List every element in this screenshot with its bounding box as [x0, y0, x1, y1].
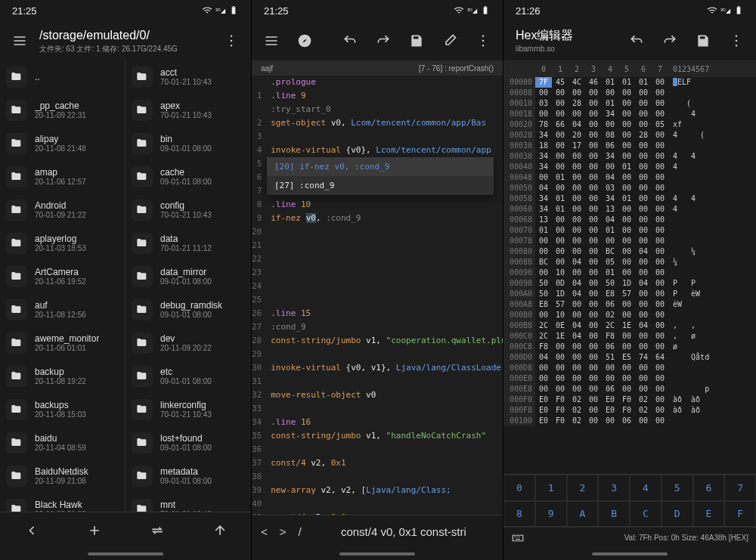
file-item[interactable]: data 70-01-21 11:12 [125, 227, 251, 260]
popup-item[interactable]: [27] :cond_9 [267, 176, 494, 195]
menu-button[interactable] [258, 27, 285, 54]
edit-button[interactable] [436, 27, 463, 54]
file-item[interactable]: _pp_cache 20-11-09 22:31 [0, 94, 125, 127]
hex-row[interactable]: 000080000000000000000 [503, 88, 756, 98]
path-title[interactable]: /storage/emulated/0/ [39, 28, 212, 44]
keypad-7[interactable]: 7 [724, 475, 756, 501]
hex-row[interactable]: 000A0501D0400E8570000P èW [503, 289, 756, 299]
save-button[interactable] [403, 27, 430, 54]
gesture-bar[interactable] [503, 548, 756, 560]
file-item[interactable]: aweme_monitor 20-11-06 01:01 [0, 326, 125, 360]
hex-row[interactable]: 000A8E857000006000000èW [503, 299, 756, 310]
hex-row[interactable]: 000207866040000000005xf [503, 119, 756, 130]
keyboard-button[interactable] [511, 531, 525, 545]
file-item[interactable]: Android 70-01-09 21:22 [0, 193, 125, 227]
file-item[interactable]: cache 09-01-01 08:00 [125, 160, 251, 193]
file-item[interactable]: amap 20-11-06 12:57 [0, 160, 125, 193]
hex-row[interactable]: 000D80000000000000000 [503, 363, 756, 373]
hex-row[interactable]: 000700100000001000000 [503, 225, 756, 236]
file-item[interactable]: backup 20-11-08 19:22 [0, 360, 125, 393]
keypad-0[interactable]: 0 [503, 475, 535, 501]
hex-row[interactable]: 000301800170006000000 [503, 141, 756, 151]
keypad-5[interactable]: 5 [662, 475, 693, 501]
next-button[interactable]: > [280, 518, 287, 546]
keypad-E[interactable]: E [693, 501, 725, 528]
keypad-2[interactable]: 2 [567, 475, 599, 501]
keypad-3[interactable]: 3 [598, 475, 630, 501]
keypad-6[interactable]: 6 [693, 475, 725, 501]
file-item[interactable]: config 70-01-21 10:43 [125, 193, 251, 227]
code-area[interactable]: 1234567892021222324252627282930313233343… [252, 76, 503, 515]
file-item[interactable]: mnt 70-01-21 10:43 [125, 493, 251, 512]
hex-row[interactable]: 000681300000004000000 [503, 215, 756, 225]
hex-row[interactable]: 0005834010000340100004 4 [503, 193, 756, 204]
file-item[interactable]: .. [0, 60, 125, 94]
autocomplete-popup[interactable]: [20] if-nez v0, :cond_9[27] :cond_9 [267, 157, 494, 195]
hex-row[interactable]: 0004034000000000100004 [503, 162, 756, 172]
swap-button[interactable] [144, 517, 171, 544]
keypad-1[interactable]: 1 [535, 475, 567, 501]
hex-row[interactable]: 000780000000000000000 [503, 236, 756, 246]
file-item[interactable]: backups 20-11-08 15:03 [0, 393, 125, 426]
hex-row[interactable]: 00088BC00040005000000¼ [503, 257, 756, 268]
back-button[interactable] [18, 517, 45, 544]
file-item[interactable]: Black Hawk 20-11-09 21:08 [0, 493, 125, 512]
add-button[interactable] [81, 517, 108, 544]
hex-row[interactable]: 000F0E0F00200E0F00200àð àð [503, 394, 756, 405]
redo-button[interactable] [370, 27, 397, 54]
file-item[interactable]: etc 09-01-01 08:00 [125, 360, 251, 393]
file-item[interactable]: auf 20-11-08 12:56 [0, 293, 125, 326]
keypad-F[interactable]: F [724, 501, 756, 528]
hex-row[interactable]: 000E00000000000000000 [503, 373, 756, 384]
hex-row[interactable]: 000900010000001000000 [503, 268, 756, 278]
compass-button[interactable] [291, 27, 318, 54]
keypad-D[interactable]: D [662, 501, 693, 528]
keypad-C[interactable]: C [630, 501, 662, 528]
hex-row[interactable]: 000180000000034000000 4 [503, 109, 756, 119]
file-item[interactable]: metadata 09-01-01 08:00 [125, 459, 251, 493]
hex-row[interactable]: 000F8E0F00200E0F00200àð àð [503, 405, 756, 416]
redo-button[interactable] [656, 27, 683, 54]
hex-row[interactable]: 000E80000000006000000 p [503, 384, 756, 394]
hex-row[interactable]: 000C8F800000006000000ø [503, 342, 756, 352]
file-item[interactable]: dev 20-11-09 20:22 [125, 326, 251, 360]
slash-button[interactable]: / [299, 518, 302, 546]
file-item[interactable]: baidu 20-11-04 08:59 [0, 426, 125, 459]
hex-row[interactable]: 000100300280001000000 ( [503, 98, 756, 109]
more-button[interactable] [723, 27, 750, 54]
undo-button[interactable] [336, 27, 364, 54]
hex-row[interactable]: 00098500D0400501D0400P P [503, 278, 756, 289]
keypad-B[interactable]: B [598, 501, 630, 528]
gesture-bar[interactable] [0, 548, 251, 560]
hex-body[interactable]: 000007F454C4601010100 ELF 00008000000000… [503, 77, 756, 474]
hex-row[interactable]: 000007F454C4601010100 ELF [503, 77, 756, 88]
more-button[interactable] [469, 27, 497, 54]
hex-row[interactable]: 000500400000003000000 [503, 183, 756, 193]
undo-button[interactable] [623, 27, 650, 54]
hex-row[interactable]: 000D00400000051E57464 Qåtd [503, 352, 756, 363]
hex-row[interactable]: 0006034010000130000004 [503, 204, 756, 215]
file-item[interactable]: data_mirror 09-01-01 08:00 [125, 260, 251, 293]
file-item[interactable]: ArtCamera 20-11-06 19:52 [0, 260, 125, 293]
file-item[interactable]: aplayerlog 20-11-03 18:53 [0, 227, 125, 260]
hex-row[interactable]: 0002834002000080028004 ( [503, 130, 756, 141]
gesture-bar[interactable] [252, 548, 503, 560]
file-item[interactable]: debug_ramdisk 09-01-01 08:00 [125, 293, 251, 326]
file-item[interactable]: linkerconfig 70-01-21 10:43 [125, 393, 251, 426]
file-item[interactable]: acct 70-01-21 10:43 [125, 60, 251, 94]
menu-button[interactable] [6, 27, 33, 54]
file-item[interactable]: bin 09-01-01 08:00 [125, 127, 251, 160]
keypad-A[interactable]: A [567, 501, 599, 528]
file-item[interactable]: alipay 20-11-08 21:48 [0, 127, 125, 160]
hex-row[interactable]: 0008000000000BC000400 ¼ [503, 246, 756, 257]
popup-item[interactable]: [20] if-nez v0, :cond_9 [267, 157, 494, 176]
file-item[interactable]: apex 70-01-21 10:43 [125, 94, 251, 127]
keypad-9[interactable]: 9 [535, 501, 567, 528]
prev-button[interactable]: < [261, 518, 268, 546]
hex-row[interactable]: 000B00010000002000000 [503, 310, 756, 320]
file-item[interactable]: lost+found 09-01-01 08:00 [125, 426, 251, 459]
keypad-8[interactable]: 8 [503, 501, 535, 528]
file-item[interactable]: BaiduNetdisk 20-11-09 21:08 [0, 459, 125, 493]
save-button[interactable] [689, 27, 717, 54]
keypad-4[interactable]: 4 [630, 475, 662, 501]
